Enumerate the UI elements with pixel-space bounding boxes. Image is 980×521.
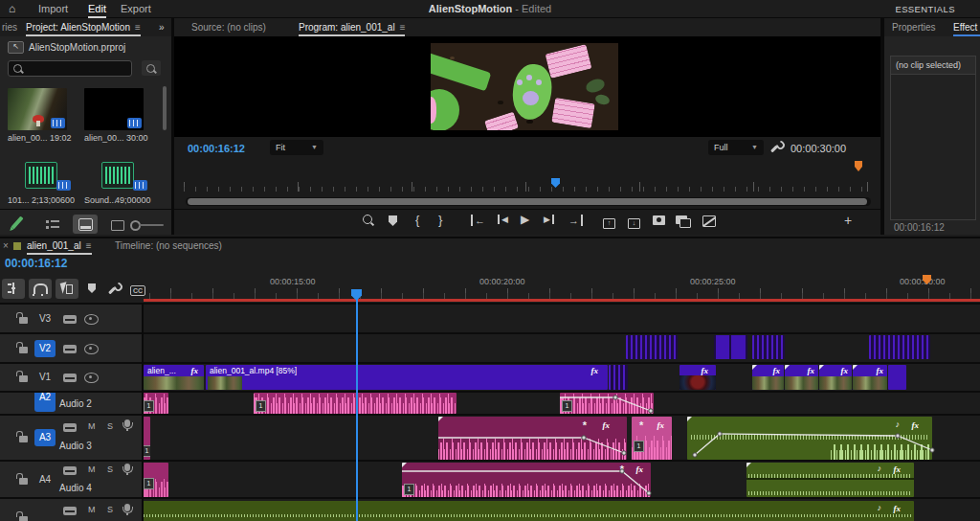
tab-source[interactable]: Source: (no clips) — [191, 22, 266, 33]
comparison-view-icon[interactable] — [362, 215, 374, 229]
freeform-view-icon[interactable] — [111, 220, 124, 231]
tab-properties[interactable]: Properties — [892, 22, 936, 33]
audio-clip[interactable]: 1 — [142, 393, 168, 414]
panel-menu-icon[interactable]: ≡ — [400, 22, 406, 33]
source-patch-icon[interactable] — [63, 345, 77, 353]
track-header-a5[interactable]: M S — [0, 499, 142, 521]
track-badge-a3[interactable]: A3 — [34, 429, 56, 446]
lock-icon[interactable] — [19, 347, 28, 353]
video-clip-alien-first[interactable]: alien_... fx — [144, 365, 204, 390]
nest-toggle-button[interactable] — [2, 279, 25, 299]
program-time-ruler[interactable] — [184, 178, 871, 192]
audio-clip-music[interactable]: ♪ fx — [746, 463, 914, 497]
source-patch-icon[interactable] — [63, 315, 77, 324]
track-header-v2[interactable]: V2 — [0, 334, 142, 363]
track-header-a4[interactable]: A4 M S Audio 4 — [0, 462, 142, 499]
tab-libraries-partial[interactable]: ries — [2, 22, 17, 33]
menu-export[interactable]: Export — [121, 3, 151, 14]
add-marker-icon[interactable] — [389, 215, 397, 228]
timeline-playhead-line[interactable] — [356, 291, 358, 521]
mute-button[interactable]: M — [88, 505, 96, 514]
voiceover-mic-icon[interactable] — [124, 419, 130, 427]
video-clip[interactable] — [888, 365, 906, 390]
video-clip-striped[interactable] — [609, 365, 628, 390]
video-clip[interactable]: fx — [819, 365, 852, 390]
panel-menu-icon[interactable]: ≡ — [135, 22, 141, 33]
track-badge-v1[interactable]: V1 — [34, 369, 56, 386]
voiceover-mic-icon[interactable] — [124, 464, 130, 471]
item-name[interactable]: alien_00... — [84, 133, 124, 143]
source-patch-icon[interactable] — [63, 374, 77, 382]
track-content-v2[interactable] — [144, 334, 980, 363]
audio-clip-selected[interactable]: * fx 1 — [632, 417, 672, 460]
list-view-icon[interactable] — [46, 219, 59, 229]
out-point-marker[interactable] — [855, 161, 862, 171]
mute-button[interactable]: M — [88, 421, 96, 431]
item-name[interactable]: alien_00... — [8, 133, 48, 143]
mark-out-icon[interactable]: } — [438, 213, 442, 227]
monitor-settings-wrench-icon[interactable] — [769, 141, 783, 154]
solo-button[interactable]: S — [107, 505, 113, 514]
menu-import[interactable]: Import — [38, 3, 68, 14]
multi-view-icon[interactable] — [676, 215, 687, 226]
track-visibility-eye-icon[interactable] — [84, 314, 99, 325]
track-header-v1[interactable]: V1 — [0, 364, 142, 392]
video-clip-striped[interactable] — [626, 335, 678, 359]
video-viewport[interactable] — [174, 36, 880, 137]
track-header-a2[interactable]: A2 Audio 2 — [0, 393, 142, 416]
track-visibility-eye-icon[interactable] — [84, 344, 99, 354]
track-badge-a2[interactable]: A2 — [34, 393, 56, 412]
tab-timeline-empty[interactable]: Timeline: (no sequences) — [115, 240, 222, 251]
project-scrollbar[interactable] — [163, 86, 167, 130]
close-tab-icon[interactable]: × — [3, 240, 9, 251]
video-clip[interactable]: fx — [752, 365, 784, 390]
step-forward-icon[interactable]: ▶ — [544, 215, 554, 224]
snap-toggle-button[interactable] — [29, 279, 52, 299]
workspace-label[interactable]: ESSENTIALS — [895, 4, 955, 14]
breadcrumb[interactable]: AlienStopMotion.prproj — [29, 42, 125, 53]
track-header-a3[interactable]: A3 M S Audio 3 — [0, 416, 142, 462]
icon-view-button[interactable] — [73, 215, 98, 234]
find-in-project-button[interactable] — [142, 60, 161, 76]
video-clip-striped[interactable] — [752, 335, 785, 359]
volume-keyframe-line[interactable] — [438, 417, 627, 460]
zoom-slider[interactable] — [139, 224, 164, 226]
tab-effect-controls[interactable]: Effect C — [953, 22, 980, 33]
lift-icon[interactable]: ↑ — [603, 215, 615, 229]
extract-icon[interactable]: ↓ — [628, 215, 640, 229]
track-content-v3[interactable] — [144, 305, 980, 333]
tab-project[interactable]: Project: AlienStopMotion≡ — [26, 22, 141, 33]
scrollbar-handle[interactable] — [188, 198, 867, 205]
panel-menu-icon[interactable]: ≡ — [86, 240, 92, 251]
project-item-thumbnail[interactable] — [8, 88, 67, 130]
search-input[interactable] — [8, 60, 132, 77]
menu-edit[interactable]: Edit — [88, 3, 106, 14]
tab-overflow-icon[interactable]: » — [159, 22, 165, 33]
video-clip[interactable]: fx — [785, 365, 818, 390]
tab-program[interactable]: Program: alien_001_al≡ — [299, 22, 405, 33]
track-name-a4[interactable]: Audio 4 — [59, 483, 92, 493]
timeline-current-timecode[interactable]: 00:00:16:12 — [5, 257, 67, 270]
track-badge-v2[interactable]: V2 — [34, 340, 56, 357]
audio-clip[interactable]: 1 — [142, 463, 168, 497]
video-clip-striped[interactable] — [869, 335, 930, 359]
lock-icon[interactable] — [19, 317, 28, 324]
zoom-level-dropdown[interactable]: Fit▼ — [270, 140, 323, 155]
track-badge-v3[interactable]: V3 — [34, 310, 56, 328]
add-marker-button[interactable] — [88, 283, 96, 295]
audio-clip[interactable]: 1 — [254, 393, 457, 414]
voiceover-mic-icon[interactable] — [124, 504, 130, 511]
lock-icon[interactable] — [19, 478, 28, 485]
tab-sequence[interactable]: alien_001_al≡ — [27, 240, 92, 251]
pencil-tool-icon[interactable] — [11, 216, 23, 230]
track-header-divider[interactable] — [142, 303, 144, 521]
audio-waveform-icon[interactable] — [101, 162, 134, 189]
video-clip[interactable]: fx — [853, 365, 887, 390]
audio-clip-music-long[interactable]: ♪ fx — [142, 501, 914, 521]
solo-button[interactable]: S — [107, 464, 113, 474]
global-fx-mute-icon[interactable] — [702, 215, 716, 229]
solo-button[interactable]: S — [107, 421, 113, 431]
home-icon[interactable]: ⌂ — [9, 2, 15, 15]
video-clip[interactable] — [714, 335, 747, 359]
source-patch-icon[interactable] — [63, 466, 77, 475]
